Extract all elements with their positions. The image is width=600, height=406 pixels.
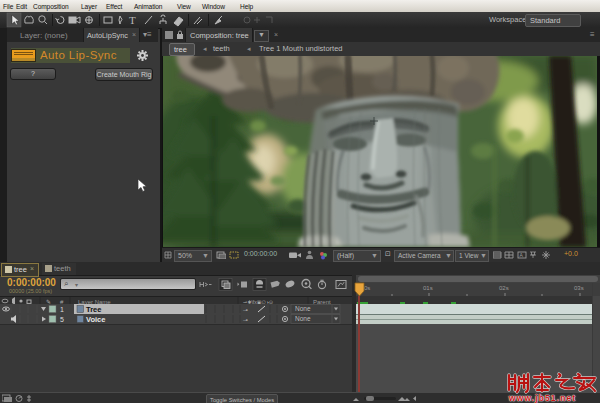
svg-text:T: T: [129, 14, 136, 26]
svg-text:None: None: [295, 315, 311, 322]
svg-text:Voice: Voice: [86, 315, 105, 324]
svg-text:⊸: ⊸: [243, 317, 248, 323]
svg-text:None: None: [295, 305, 311, 312]
svg-text:1: 1: [60, 306, 64, 313]
svg-text:⊸: ⊸: [243, 307, 248, 313]
svg-text:A: A: [520, 252, 524, 258]
svg-text:5: 5: [60, 316, 64, 323]
svg-text:Tree: Tree: [86, 305, 101, 314]
